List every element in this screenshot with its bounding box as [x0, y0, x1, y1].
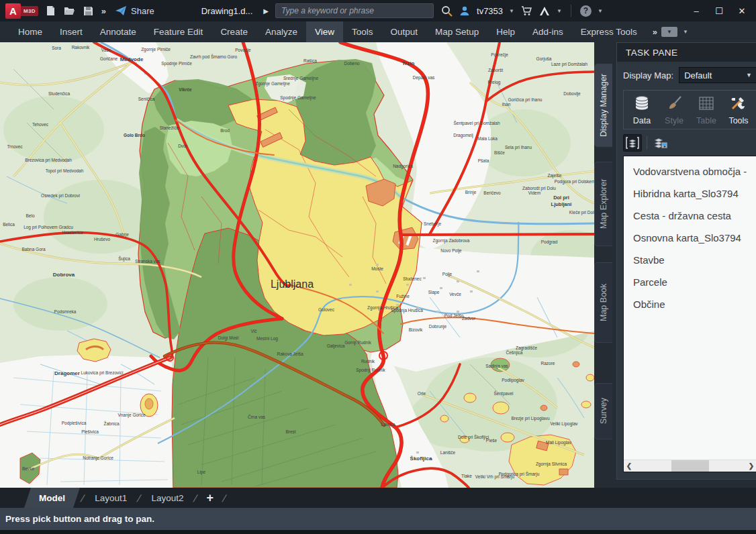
map-label: Mali Lipoglav: [546, 440, 572, 445]
autodesk-apps-icon[interactable]: [538, 5, 551, 17]
toolbar-expand-chevrons[interactable]: »: [101, 6, 105, 16]
manage-layers-button[interactable]: [652, 135, 669, 151]
map-label: Spodnja Hrušica: [391, 308, 423, 313]
ribbon-tab[interactable]: Feature Edit: [145, 21, 212, 42]
task-pane-side-tab[interactable]: Survey: [594, 383, 612, 439]
map-label: Spodnji Rudnik: [356, 368, 385, 373]
help-menu-caret-icon[interactable]: ▼: [598, 8, 603, 14]
map-viewport[interactable]: LjubljanaMedvodeTrzinDragomerŠkofljicaDo…: [0, 42, 594, 488]
task-pane-side-tab[interactable]: Display Manager: [594, 64, 612, 147]
save-icon[interactable]: [83, 5, 95, 17]
map-label: Spodnje Gameljne: [280, 95, 316, 101]
titlebar-divider: [571, 5, 571, 17]
ribbon-minimize-caret-icon[interactable]: ▼: [683, 29, 688, 35]
ribbon-tab[interactable]: Tools: [343, 21, 382, 42]
ribbon-tab[interactable]: Home: [9, 21, 51, 42]
add-layout-button[interactable]: +: [199, 491, 222, 505]
share-label: Share: [131, 6, 154, 16]
task-pane-side-tab[interactable]: Map Book: [594, 262, 612, 343]
chevron-down-icon: ▼: [746, 72, 752, 78]
database-icon: [633, 95, 651, 114]
apps-menu-caret-icon[interactable]: ▼: [557, 8, 562, 14]
map-label: Vaše: [101, 48, 111, 52]
new-file-icon[interactable]: [45, 5, 57, 17]
layer-list-item[interactable]: Hibridna karta_Slo3794: [624, 182, 756, 205]
layout-tab[interactable]: Layout2: [142, 488, 193, 508]
ribbon-tab[interactable]: Create: [211, 21, 256, 42]
task-pane-side-tab[interactable]: Map Explorer: [594, 162, 612, 246]
ribbon-state-dropdown[interactable]: ▼: [661, 27, 677, 37]
close-button[interactable]: ✕: [732, 2, 752, 19]
layer-list-item[interactable]: Vodovarstvena območja -: [624, 160, 756, 182]
ribbon-tab[interactable]: Express Tools: [572, 21, 646, 42]
map-label: Stranska vas: [135, 259, 160, 264]
username-label[interactable]: tv7353: [477, 6, 503, 16]
ribbon-tab[interactable]: Map Setup: [426, 21, 487, 42]
layout-tab[interactable]: Model: [24, 488, 80, 508]
map-label: Lukovica pri Brezovici: [81, 370, 124, 376]
layer-list-item[interactable]: Cesta - državna cesta: [624, 205, 756, 227]
map-label: Babna Gora: [21, 247, 45, 252]
user-menu-caret-icon[interactable]: ▼: [509, 8, 514, 14]
map-label: Bevke: [22, 466, 34, 471]
scroll-left-arrow-icon[interactable]: ❮: [624, 462, 634, 470]
map-canvas[interactable]: LjubljanaMedvodeTrzinDragomerŠkofljicaDo…: [0, 42, 594, 488]
map-label: Tlake: [461, 474, 472, 478]
layer-list-item[interactable]: Osnovna karta_Slo3794: [624, 227, 756, 249]
map-label: Zavrh pod Šmarno Goro: [190, 54, 237, 60]
horizontal-scrollbar[interactable]: ❮ ❯: [624, 460, 756, 472]
title-expand-arrow[interactable]: ▶: [263, 7, 269, 15]
autocad-logo-icon: A: [5, 3, 21, 19]
map-label: Podgrad: [541, 239, 558, 245]
map-label: Golovec: [318, 307, 335, 312]
map-label: Podrečje: [491, 52, 508, 58]
groups-view-button[interactable]: [623, 134, 642, 152]
search-input[interactable]: [275, 3, 434, 18]
ribbon-tab[interactable]: Output: [381, 21, 426, 42]
map-label: Zadvor: [462, 316, 476, 321]
ribbon-tab[interactable]: Annotate: [91, 21, 145, 42]
tools-button-label: Tools: [728, 116, 748, 125]
map-label: Dvor: [178, 144, 188, 148]
layer-list-item[interactable]: Stavbe: [624, 249, 756, 271]
map-label: Brinje: [465, 190, 477, 195]
map-label: Goričica pri Ihanu: [508, 97, 542, 103]
map-label: Lipe: [197, 470, 206, 475]
minimize-button[interactable]: –: [686, 2, 706, 19]
map-label: Dobeno: [344, 61, 360, 66]
layout-tab[interactable]: Layout1: [85, 488, 136, 508]
map-label: Češnjica: [506, 350, 523, 356]
scroll-right-arrow-icon[interactable]: ❯: [746, 462, 756, 470]
ribbon-tab[interactable]: View: [306, 21, 343, 42]
map-label: Zgornja Zadobrova: [433, 238, 470, 244]
map-label: Gornji Rudnik: [344, 340, 371, 345]
map-label: Podgora pri Dolskem: [555, 179, 594, 184]
maximize-button[interactable]: ☐: [709, 2, 729, 19]
ribbon-overflow-chevrons[interactable]: »: [653, 27, 656, 37]
ribbon-tab[interactable]: Insert: [51, 21, 91, 42]
data-button[interactable]: Data: [626, 95, 657, 125]
task-pane: Display ManagerMap ExplorerMap BookSurve…: [594, 42, 756, 488]
share-button[interactable]: Share: [115, 6, 154, 16]
scrollbar-track[interactable]: [634, 460, 746, 472]
map-label: Bizovik: [409, 327, 423, 332]
app-logo[interactable]: A M3D: [5, 3, 38, 19]
search-icon[interactable]: [440, 5, 453, 17]
ribbon-tab[interactable]: Help: [487, 21, 524, 42]
ribbon-tab[interactable]: Analyze: [256, 21, 306, 42]
help-icon[interactable]: ?: [580, 5, 592, 17]
ribbon-tab[interactable]: Add-ins: [524, 21, 572, 42]
display-map-select[interactable]: Default ▼: [679, 67, 756, 83]
tools-button[interactable]: Tools: [723, 95, 754, 125]
open-folder-icon[interactable]: [64, 5, 76, 17]
map-label: Belica: [3, 222, 15, 227]
map-label: Škofljica: [410, 456, 432, 462]
layer-list-item[interactable]: Občine: [624, 293, 756, 315]
map-label: Log pri Polhovem Gradcu: [23, 225, 73, 230]
user-avatar-icon[interactable]: [459, 5, 471, 17]
map-label: Hruševo: [94, 237, 111, 242]
scrollbar-thumb[interactable]: [671, 460, 709, 472]
layer-list-item[interactable]: Parcele: [624, 271, 756, 293]
app-store-cart-icon[interactable]: [520, 5, 532, 17]
paper-plane-icon: [115, 6, 127, 16]
